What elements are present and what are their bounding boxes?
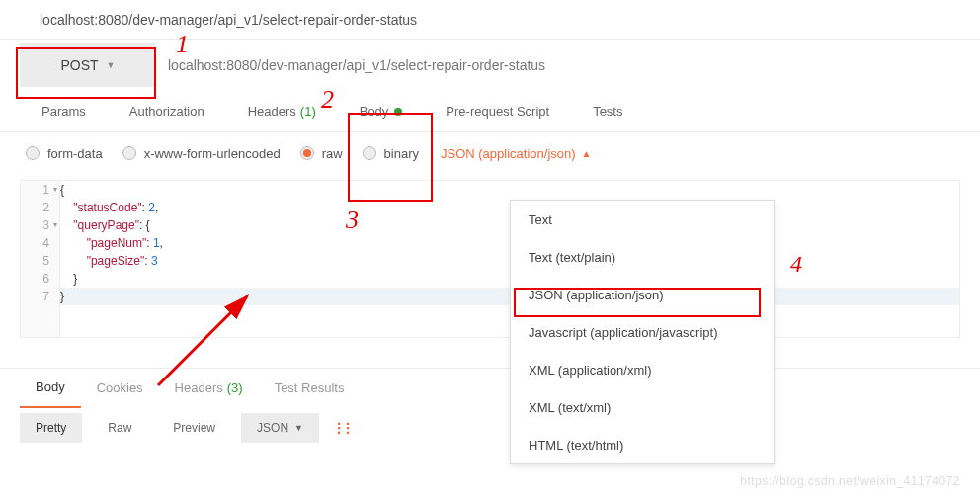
request-tabs: Params Authorization Headers (1) Body Pr… — [0, 91, 980, 132]
editor-gutter: 1234567 — [21, 181, 60, 337]
radio-binary[interactable]: binary — [357, 132, 433, 174]
content-type-option[interactable]: Text (text/plain) — [511, 238, 774, 276]
content-type-dropdown[interactable]: TextText (text/plain)JSON (application/j… — [510, 200, 775, 464]
radio-label: binary — [384, 146, 419, 161]
triangle-up-icon: ▲ — [582, 148, 592, 159]
tab-headers-label: Headers — [248, 104, 296, 119]
line-number: 7 — [21, 288, 59, 305]
line-number: 5 — [21, 252, 59, 270]
line-number: 4 — [21, 234, 59, 252]
resp-tab-headers-label: Headers — [175, 380, 223, 395]
caret-down-icon: ▼ — [107, 60, 116, 70]
resp-tab-headers-count: (3) — [227, 380, 243, 395]
radio-form-data[interactable]: form-data — [20, 132, 117, 174]
raw-button[interactable]: Raw — [92, 413, 147, 443]
tab-prerequest[interactable]: Pre-request Script — [424, 91, 571, 132]
annotation-number-2: 2 — [321, 85, 334, 115]
content-type-option[interactable]: XML (text/xml) — [511, 388, 774, 426]
content-type-option[interactable]: XML (application/xml) — [511, 351, 774, 388]
content-type-option[interactable]: JSON (application/json) — [511, 276, 774, 313]
annotation-number-4: 4 — [790, 251, 802, 278]
wrap-lines-icon[interactable]: ⫶⫶ — [335, 418, 353, 439]
radio-icon — [122, 146, 136, 160]
caret-down-icon: ▼ — [294, 423, 303, 433]
preview-button[interactable]: Preview — [157, 413, 231, 443]
http-method-label: POST — [60, 57, 98, 73]
radio-icon — [300, 146, 314, 160]
body-editor[interactable]: 1234567 { "statusCode": 2, "queryPage": … — [20, 180, 960, 338]
json-format-label: JSON — [257, 421, 288, 435]
tab-headers-count: (1) — [300, 104, 316, 119]
content-type-option[interactable]: HTML (text/html) — [511, 426, 774, 463]
radio-raw[interactable]: raw — [294, 132, 357, 174]
tab-authorization[interactable]: Authorization — [108, 91, 226, 132]
radio-label: x-www-form-urlencoded — [144, 146, 281, 161]
radio-label: raw — [322, 146, 343, 161]
resp-tab-headers[interactable]: Headers (3) — [159, 369, 259, 408]
code-line[interactable]: { — [60, 181, 959, 199]
radio-urlencoded[interactable]: x-www-form-urlencoded — [117, 132, 294, 174]
line-number: 2 — [21, 199, 59, 216]
annotation-number-3: 3 — [346, 206, 359, 235]
resp-tab-body[interactable]: Body — [20, 369, 81, 408]
url-input[interactable]: localhost:8080/dev-manager/api_v1/select… — [168, 57, 960, 73]
content-type-option[interactable]: Javascript (application/javascript) — [511, 313, 774, 351]
content-type-select[interactable]: JSON (application/json) ▲ — [441, 146, 591, 161]
tab-body[interactable]: Body — [338, 91, 425, 132]
tab-title: localhost:8080/dev-manager/api_v1/select… — [40, 12, 417, 28]
body-mode-row: form-data x-www-form-urlencoded raw bina… — [0, 132, 980, 174]
json-format-select[interactable]: JSON ▼ — [241, 413, 319, 443]
content-type-label: JSON (application/json) — [441, 146, 576, 161]
line-number: 6 — [21, 270, 59, 288]
line-number: 1 — [21, 181, 59, 199]
tab-tests[interactable]: Tests — [571, 91, 644, 132]
pretty-button[interactable]: Pretty — [20, 413, 82, 443]
radio-icon — [26, 146, 40, 160]
radio-label: form-data — [47, 146, 103, 161]
radio-icon — [363, 146, 376, 160]
resp-tab-test-results[interactable]: Test Results — [259, 369, 361, 408]
body-active-dot-icon — [394, 108, 402, 116]
response-toolbar: Pretty Raw Preview JSON ▼ ⫶⫶ — [0, 407, 980, 449]
response-tabs: Body Cookies Headers (3) Test Results — [0, 368, 980, 407]
resp-tab-cookies[interactable]: Cookies — [81, 369, 159, 408]
watermark: https://blog.csdn.net/weixin_41174072 — [740, 474, 960, 488]
content-type-option[interactable]: Text — [511, 201, 774, 238]
tab-params[interactable]: Params — [20, 91, 108, 132]
line-number: 3 — [21, 216, 59, 234]
annotation-number-1: 1 — [176, 30, 189, 59]
tab-body-label: Body — [360, 104, 389, 119]
http-method-select[interactable]: POST ▼ — [20, 43, 156, 87]
